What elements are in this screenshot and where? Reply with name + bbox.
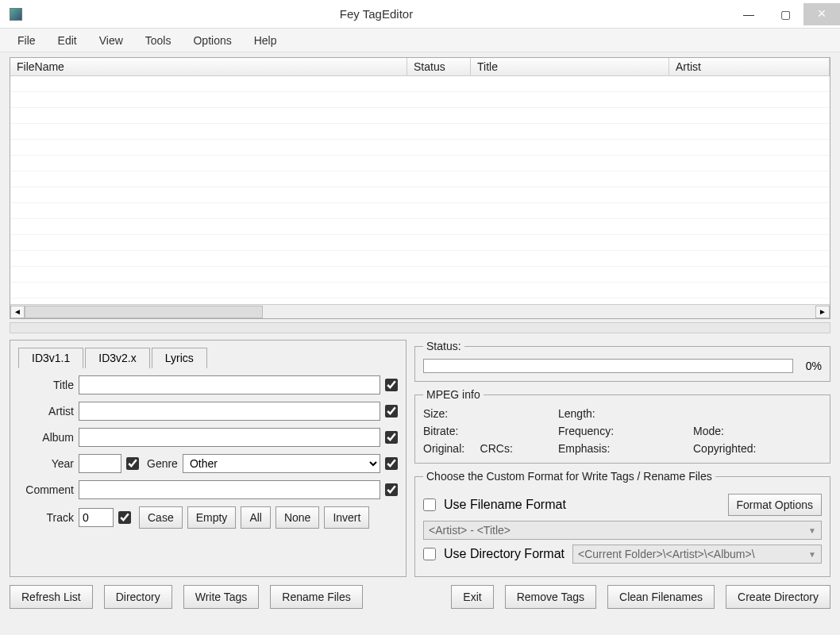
all-button[interactable]: All bbox=[241, 506, 271, 529]
menu-file[interactable]: File bbox=[8, 31, 45, 50]
file-list-body[interactable] bbox=[10, 76, 830, 304]
genre-select[interactable]: Other bbox=[183, 454, 380, 473]
comment-checkbox[interactable] bbox=[385, 483, 398, 496]
case-button[interactable]: Case bbox=[139, 506, 183, 529]
splitter[interactable] bbox=[10, 322, 830, 333]
use-directory-format-label: Use Directory Format bbox=[444, 547, 564, 561]
invert-button[interactable]: Invert bbox=[324, 506, 369, 529]
exit-button[interactable]: Exit bbox=[451, 585, 493, 609]
progress-bar bbox=[423, 359, 793, 373]
rename-files-button[interactable]: Rename Files bbox=[270, 585, 362, 609]
year-checkbox[interactable] bbox=[126, 457, 139, 470]
use-directory-format-checkbox[interactable] bbox=[423, 548, 436, 560]
genre-checkbox[interactable] bbox=[385, 457, 398, 470]
mpeg-original: Original: bbox=[423, 442, 464, 455]
album-checkbox[interactable] bbox=[385, 431, 398, 444]
col-status[interactable]: Status bbox=[407, 58, 471, 75]
progress-percent: 0% bbox=[800, 360, 822, 372]
tag-editor-panel: ID3v1.1 ID3v2.x Lyrics Title Artist Albu… bbox=[10, 340, 407, 577]
label-genre: Genre bbox=[147, 457, 178, 470]
close-button[interactable]: × bbox=[803, 3, 840, 25]
file-list-header: FileName Status Title Artist bbox=[10, 58, 830, 76]
hscrollbar[interactable]: ◄ ► bbox=[10, 304, 830, 318]
directory-button[interactable]: Directory bbox=[104, 585, 172, 609]
mpeg-frequency: Frequency: bbox=[558, 425, 687, 437]
use-filename-format-checkbox[interactable] bbox=[423, 498, 436, 511]
menu-view[interactable]: View bbox=[90, 31, 133, 50]
chevron-down-icon: ▼ bbox=[808, 526, 816, 535]
status-group: Status: 0% bbox=[414, 340, 830, 382]
clean-filenames-button[interactable]: Clean Filenames bbox=[607, 585, 715, 609]
file-list[interactable]: FileName Status Title Artist ◄ ► bbox=[10, 57, 830, 319]
write-tags-button[interactable]: Write Tags bbox=[183, 585, 260, 609]
col-artist[interactable]: Artist bbox=[669, 58, 830, 75]
menu-tools[interactable]: Tools bbox=[136, 31, 181, 50]
custom-format-group: Choose the Custom Format for Write Tags … bbox=[414, 470, 830, 577]
artist-input[interactable] bbox=[79, 402, 380, 421]
titlebar: Fey TagEditor — ▢ × bbox=[0, 0, 840, 29]
title-input[interactable] bbox=[79, 375, 380, 394]
tab-id3v2[interactable]: ID3v2.x bbox=[85, 348, 149, 368]
status-legend: Status: bbox=[423, 340, 464, 352]
menu-edit[interactable]: Edit bbox=[48, 31, 87, 50]
mpeg-mode: Mode: bbox=[693, 425, 822, 437]
create-directory-button[interactable]: Create Directory bbox=[726, 585, 830, 609]
minimize-button[interactable]: — bbox=[730, 3, 767, 25]
directory-format-value: <Current Folder>\<Artist>\<Album>\ bbox=[578, 548, 755, 560]
filename-format-select[interactable]: <Artist> - <Title> ▼ bbox=[423, 521, 822, 540]
menu-options[interactable]: Options bbox=[183, 31, 241, 50]
window-title: Fey TagEditor bbox=[22, 7, 730, 21]
filename-format-value: <Artist> - <Title> bbox=[429, 524, 511, 537]
scroll-left-icon[interactable]: ◄ bbox=[10, 306, 25, 318]
scroll-right-icon[interactable]: ► bbox=[815, 306, 830, 318]
mpeg-size: Size: bbox=[423, 407, 552, 420]
artist-checkbox[interactable] bbox=[385, 405, 398, 418]
year-input[interactable] bbox=[79, 454, 121, 473]
menu-help[interactable]: Help bbox=[245, 31, 287, 50]
menubar: File Edit View Tools Options Help bbox=[0, 29, 840, 52]
label-artist: Artist bbox=[18, 405, 74, 418]
mpeg-legend: MPEG info bbox=[423, 388, 484, 401]
col-title[interactable]: Title bbox=[471, 58, 669, 75]
scroll-thumb[interactable] bbox=[25, 306, 263, 318]
title-checkbox[interactable] bbox=[385, 379, 398, 391]
mpeg-bitrate: Bitrate: bbox=[423, 425, 552, 437]
album-input[interactable] bbox=[79, 428, 380, 447]
chevron-down-icon: ▼ bbox=[808, 550, 816, 559]
mpeg-emphasis: Emphasis: bbox=[558, 442, 687, 455]
app-icon bbox=[10, 8, 22, 21]
tab-id3v1[interactable]: ID3v1.1 bbox=[18, 348, 83, 368]
maximize-button[interactable]: ▢ bbox=[767, 3, 803, 25]
label-album: Album bbox=[18, 431, 74, 444]
label-title: Title bbox=[18, 379, 74, 391]
track-checkbox[interactable] bbox=[118, 511, 131, 524]
label-comment: Comment bbox=[18, 483, 74, 496]
mpeg-length: Length: bbox=[558, 407, 687, 420]
tab-lyrics[interactable]: Lyrics bbox=[152, 348, 207, 368]
remove-tags-button[interactable]: Remove Tags bbox=[505, 585, 596, 609]
format-options-button[interactable]: Format Options bbox=[728, 494, 822, 516]
col-filename[interactable]: FileName bbox=[10, 58, 407, 75]
custom-format-legend: Choose the Custom Format for Write Tags … bbox=[423, 470, 715, 483]
empty-button[interactable]: Empty bbox=[187, 506, 237, 529]
refresh-list-button[interactable]: Refresh List bbox=[10, 585, 93, 609]
mpeg-crcs: CRCs: bbox=[480, 442, 513, 455]
track-input[interactable] bbox=[79, 508, 114, 527]
mpeg-info-group: MPEG info Size: Length: Bitrate: Frequen… bbox=[414, 388, 830, 464]
label-year: Year bbox=[18, 457, 74, 470]
directory-format-select[interactable]: <Current Folder>\<Artist>\<Album>\ ▼ bbox=[572, 545, 822, 564]
comment-input[interactable] bbox=[79, 480, 380, 499]
none-button[interactable]: None bbox=[276, 506, 319, 529]
mpeg-copyrighted: Copyrighted: bbox=[693, 442, 822, 455]
use-filename-format-label: Use Filename Format bbox=[444, 498, 566, 512]
label-track: Track bbox=[18, 511, 74, 524]
